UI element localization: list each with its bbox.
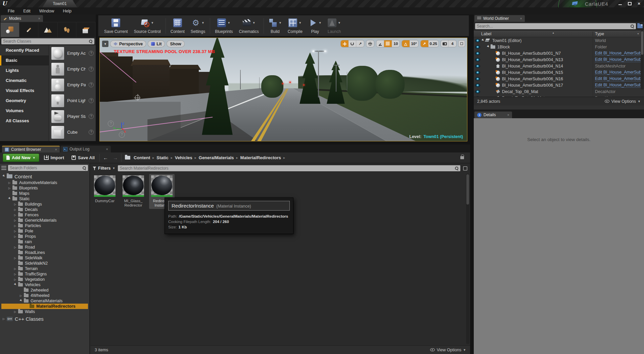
expander-icon[interactable]: ▷: [8, 181, 12, 184]
minimize-button[interactable]: [615, 1, 625, 6]
mode-tab-landscape[interactable]: [39, 23, 57, 37]
column-type[interactable]: Type▼: [593, 32, 644, 36]
assets-view-options-button[interactable]: View Options: [437, 348, 461, 352]
rotate-tool-button[interactable]: [349, 40, 356, 47]
mode-category-geometry[interactable]: Geometry: [0, 96, 49, 106]
content-button[interactable]: Content: [168, 16, 188, 35]
save-all-button[interactable]: Save All: [69, 155, 97, 160]
visibility-eye-icon[interactable]: [475, 39, 480, 42]
tab-content-browser[interactable]: Content Browser ×: [2, 146, 60, 152]
menu-window[interactable]: Window: [35, 9, 58, 13]
mode-category-lights[interactable]: Lights: [0, 65, 49, 76]
breadcrumb-static[interactable]: Static: [156, 155, 168, 160]
folder-tree-item-generalmaterials[interactable]: ▶GeneralMaterials: [1, 298, 88, 304]
mode-category-volumes[interactable]: Volumes: [0, 106, 49, 116]
folder-tree-item-blueprints[interactable]: ▷Blueprints: [1, 185, 88, 191]
close-icon[interactable]: ×: [520, 16, 522, 20]
source-control-button[interactable]: ▼Source Control: [131, 16, 164, 35]
folder-tree-item-sidewalkn2[interactable]: SideWalkN2: [1, 261, 88, 266]
placeable-item[interactable]: Empty Chara?: [49, 61, 96, 77]
expander-icon[interactable]: ▷: [14, 208, 18, 211]
folder-tree-item-roadlines[interactable]: RoadLines: [1, 250, 88, 255]
show-button[interactable]: Show: [167, 40, 184, 47]
asset-scrollbar[interactable]: [466, 174, 469, 344]
world-space-button[interactable]: [366, 40, 374, 47]
scale-snap-value[interactable]: 0.25: [428, 40, 439, 47]
edit-blueprint-link[interactable]: Edit Bl_House_AmerSub: [595, 57, 641, 62]
close-button[interactable]: ×: [634, 1, 644, 6]
placeable-item[interactable]: Point Light?: [49, 93, 96, 108]
folder-tree-item-particles[interactable]: ▷Particles: [1, 223, 88, 228]
save-current-button[interactable]: Save Current: [101, 16, 131, 35]
tab-world-outliner[interactable]: World Outliner ×: [474, 15, 525, 22]
maximize-viewport-button[interactable]: [458, 40, 465, 47]
search-classes-box[interactable]: [1, 38, 94, 44]
rotation-snap-value[interactable]: 10°: [410, 40, 418, 47]
visibility-eye-icon[interactable]: [475, 52, 480, 55]
cinematics-button[interactable]: ▼Cinematics: [236, 16, 262, 35]
mode-tab-paint[interactable]: [20, 23, 38, 37]
outliner-row[interactable]: Bl_House_AmerSuburb004_N14StaticMeshActo…: [474, 63, 644, 69]
mode-category-visual-effects[interactable]: Visual Effects: [0, 86, 49, 96]
folder-tree-item-materialredirectors[interactable]: MaterialRedirectors: [1, 304, 88, 309]
mode-category-recently-placed[interactable]: Recently Placed: [0, 45, 49, 55]
folder-tree-item-walls[interactable]: ▷Walls: [1, 309, 88, 314]
folder-tree-item-genericmaterials[interactable]: ▷GenericMaterials: [1, 218, 88, 223]
save-search-icon[interactable]: [463, 166, 467, 171]
edit-blueprint-link[interactable]: Edit Bl_House_AmerSub: [595, 83, 641, 88]
asset-tile-dummycar[interactable]: DummyCar: [92, 174, 118, 205]
mode-category-basic[interactable]: Basic: [0, 55, 49, 65]
expander-icon[interactable]: ▷: [14, 278, 18, 281]
breadcrumb-vehicles[interactable]: Vehicles: [175, 155, 192, 160]
search-folders-input[interactable]: [10, 166, 81, 170]
expander-icon[interactable]: ▷: [14, 219, 18, 222]
back-button[interactable]: ←: [102, 155, 109, 161]
outliner-view-options-button[interactable]: View Options: [611, 99, 636, 104]
folder-tree-item-buildings[interactable]: ▷Buildings: [1, 202, 88, 207]
outliner-row[interactable]: ▶Town01 (Editor)World: [474, 37, 644, 44]
folder-tree-item-decals[interactable]: ▷Decals: [1, 207, 88, 212]
outliner-row[interactable]: Bl_House_AmerSuburb004_N13Edit Bl_House_…: [474, 56, 644, 63]
visibility-eye-icon[interactable]: [475, 96, 480, 97]
breadcrumb-materialredirectors[interactable]: MaterialRedirectors: [240, 155, 281, 160]
search-classes-input[interactable]: [3, 39, 87, 44]
search-assets-box[interactable]: [118, 165, 460, 171]
outliner-search-box[interactable]: [475, 23, 636, 29]
edit-blueprint-link[interactable]: Edit Bl_House_AmerSub: [595, 51, 641, 56]
restore-button[interactable]: [625, 1, 634, 6]
menu-edit[interactable]: Edit: [19, 9, 35, 13]
visibility-eye-icon[interactable]: [475, 90, 480, 93]
close-icon[interactable]: ×: [55, 147, 57, 151]
placeable-item[interactable]: Empty Actor?: [49, 45, 96, 61]
surface-snap-button[interactable]: [376, 40, 384, 47]
camera-speed-button[interactable]: [441, 40, 449, 47]
folder-tree-item-content[interactable]: ▶Content: [1, 173, 88, 180]
perspective-button[interactable]: Perspective: [110, 40, 146, 47]
lock-icon[interactable]: [460, 156, 464, 159]
add-new-button[interactable]: Add New ▼: [3, 153, 39, 162]
mode-category-cinematic[interactable]: Cinematic: [0, 76, 49, 86]
folder-tree-item-road[interactable]: ▷Road: [1, 245, 88, 250]
folder-tree-item-rain[interactable]: rain: [1, 239, 88, 245]
folder-tree-item-vehicles[interactable]: ▶Vehicles: [1, 282, 88, 287]
rotation-snap-button[interactable]: △: [402, 40, 410, 47]
expander-icon[interactable]: ▷: [14, 214, 18, 217]
outliner-row[interactable]: Bl_House_AmerSuburb006_N16Edit Bl_House_…: [474, 76, 644, 82]
expander-icon[interactable]: ▷: [14, 235, 18, 238]
outliner-row[interactable]: Decal_Top_08_MatDecalActor: [474, 88, 644, 95]
outliner-row[interactable]: ▶1BlockFolder: [474, 44, 644, 50]
lit-button[interactable]: Lit: [148, 40, 165, 47]
build-button[interactable]: ▼Build: [266, 16, 285, 35]
expander-icon[interactable]: ▷: [14, 246, 18, 249]
visibility-eye-icon[interactable]: [475, 45, 480, 49]
breadcrumb-generalmaterials[interactable]: GeneralMaterials: [199, 155, 234, 160]
visibility-eye-icon[interactable]: [475, 64, 480, 68]
close-icon[interactable]: ×: [38, 16, 40, 20]
mode-tab-foliage[interactable]: [58, 23, 76, 37]
grid-snap-button[interactable]: [384, 40, 392, 47]
folder-tree-item-automotivematerials[interactable]: ▷AutomotiveMaterials: [1, 180, 88, 185]
expander-icon[interactable]: ▷: [8, 187, 12, 190]
type-filter-icon[interactable]: ▼: [637, 33, 639, 35]
expander-icon[interactable]: ▷: [14, 224, 18, 227]
expander-icon[interactable]: ▷: [14, 273, 18, 276]
